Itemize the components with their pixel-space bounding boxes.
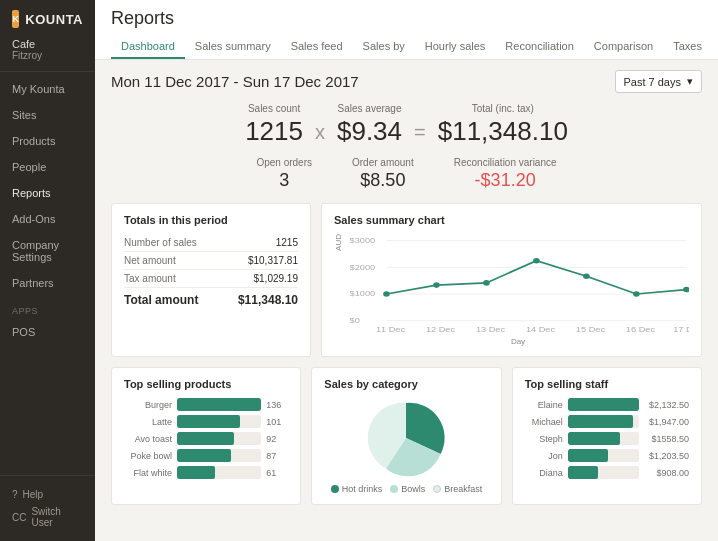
totals-label-1: Net amount xyxy=(124,255,176,266)
staff-value: $908.00 xyxy=(644,468,689,478)
total-kpi: Total (inc. tax) $11,348.10 xyxy=(438,103,568,147)
sidebar-nav: My Kounta Sites Products People Reports … xyxy=(0,72,95,475)
totals-card: Totals in this period Number of sales 12… xyxy=(111,203,311,357)
svg-text:$0: $0 xyxy=(350,316,361,325)
tab-audit[interactable]: Audit xyxy=(712,35,718,59)
product-bar-fill xyxy=(177,398,261,411)
switch-user-button[interactable]: CC Switch User xyxy=(12,503,83,531)
svg-text:17 Dec: 17 Dec xyxy=(673,324,689,333)
date-range-text: Mon 11 Dec 2017 - Sun 17 Dec 2017 xyxy=(111,73,359,90)
sales-average-label: Sales average xyxy=(337,103,402,114)
variance-label: Reconciliation variance xyxy=(454,157,557,168)
open-orders-kpi: Open orders 3 xyxy=(256,157,312,191)
staff-bar-track xyxy=(568,432,639,445)
sidebar-item-sites[interactable]: Sites xyxy=(0,102,95,128)
staff-bar-fill xyxy=(568,449,608,462)
staff-bar-fill xyxy=(568,415,633,428)
product-bar-track xyxy=(177,466,261,479)
sales-line-chart: $3000 $2000 $1000 $0 xyxy=(347,234,689,334)
kpi-row-1: Sales count 1215 x Sales average $9.34 =… xyxy=(111,103,702,147)
sales-by-category-card: Sales by category xyxy=(311,367,501,505)
variance-kpi: Reconciliation variance -$31.20 xyxy=(454,157,557,191)
staff-value: $1,203.50 xyxy=(644,451,689,461)
product-bar-fill xyxy=(177,466,215,479)
sidebar-item-addons[interactable]: Add-Ons xyxy=(0,206,95,232)
bowls-label: Bowls xyxy=(401,484,425,494)
staff-label: Michael xyxy=(525,417,563,427)
totals-total-row: Total amount $11,348.10 xyxy=(124,288,298,310)
sidebar-logo-text: KOUNTA xyxy=(25,12,83,27)
hot-drinks-label: Hot drinks xyxy=(342,484,383,494)
legend-hot-drinks: Hot drinks xyxy=(331,484,383,494)
product-bar-track xyxy=(177,398,261,411)
sidebar-item-partners[interactable]: Partners xyxy=(0,270,95,296)
product-bar-row: Flat white 61 xyxy=(124,466,288,479)
product-bar-row: Poke bowl 87 xyxy=(124,449,288,462)
tab-sales-by[interactable]: Sales by xyxy=(353,35,415,59)
sidebar: K KOUNTA Cafe Fitzroy My Kounta Sites Pr… xyxy=(0,0,95,541)
tab-dashboard[interactable]: Dashboard xyxy=(111,35,185,59)
multiply-operator: x xyxy=(311,121,329,144)
product-label: Burger xyxy=(124,400,172,410)
tab-sales-feed[interactable]: Sales feed xyxy=(281,35,353,59)
svg-point-14 xyxy=(683,287,689,293)
product-count: 101 xyxy=(266,417,288,427)
sidebar-item-people[interactable]: People xyxy=(0,154,95,180)
tab-taxes[interactable]: Taxes xyxy=(663,35,712,59)
staff-label: Diana xyxy=(525,468,563,478)
product-label: Poke bowl xyxy=(124,451,172,461)
top-staff-title: Top selling staff xyxy=(525,378,689,390)
tab-sales-summary[interactable]: Sales summary xyxy=(185,35,281,59)
product-bar-track xyxy=(177,415,261,428)
total-label: Total (inc. tax) xyxy=(438,103,568,114)
breakfast-label: Breakfast xyxy=(444,484,482,494)
pie-legend: Hot drinks Bowls Breakfast xyxy=(331,484,483,494)
totals-value-1: $10,317.81 xyxy=(248,255,298,266)
totals-label-0: Number of sales xyxy=(124,237,197,248)
sidebar-item-my-kounta[interactable]: My Kounta xyxy=(0,76,95,102)
sidebar-item-pos[interactable]: POS xyxy=(0,319,95,345)
totals-row-1: Net amount $10,317.81 xyxy=(124,252,298,270)
chart-x-axis-label: Day xyxy=(347,337,689,346)
sidebar-item-company-settings[interactable]: Company Settings xyxy=(0,232,95,270)
page-title: Reports xyxy=(111,8,702,29)
tab-hourly-sales[interactable]: Hourly sales xyxy=(415,35,496,59)
legend-breakfast: Breakfast xyxy=(433,484,482,494)
tab-bar: Dashboard Sales summary Sales feed Sales… xyxy=(111,35,702,59)
total-value: $11,348.10 xyxy=(438,116,568,147)
sidebar-item-reports[interactable]: Reports xyxy=(0,180,95,206)
staff-bar-fill xyxy=(568,432,620,445)
product-label: Flat white xyxy=(124,468,172,478)
help-button[interactable]: ? Help xyxy=(12,486,83,503)
svg-point-13 xyxy=(633,291,640,297)
staff-bar-row: Elaine $2,132.50 xyxy=(525,398,689,411)
svg-point-9 xyxy=(433,282,440,288)
help-label: Help xyxy=(23,489,44,500)
open-orders-label: Open orders xyxy=(256,157,312,168)
tab-comparison[interactable]: Comparison xyxy=(584,35,663,59)
svg-text:11 Dec: 11 Dec xyxy=(376,324,406,333)
pie-chart-area: Hot drinks Bowls Breakfast xyxy=(324,398,488,494)
sales-average-value: $9.34 xyxy=(337,116,402,147)
sidebar-store[interactable]: Cafe Fitzroy xyxy=(0,34,95,72)
staff-value: $2,132.50 xyxy=(644,400,689,410)
tab-reconciliation[interactable]: Reconciliation xyxy=(495,35,583,59)
pie-chart xyxy=(361,398,451,478)
total-amount-label: Total amount xyxy=(124,293,198,307)
product-bar-row: Avo toast 92 xyxy=(124,432,288,445)
svg-point-11 xyxy=(533,258,540,264)
product-bar-fill xyxy=(177,432,234,445)
totals-card-title: Totals in this period xyxy=(124,214,298,226)
totals-value-0: 1215 xyxy=(276,237,298,248)
date-picker-button[interactable]: Past 7 days ▾ xyxy=(615,70,702,93)
top-products-title: Top selling products xyxy=(124,378,288,390)
staff-bar-row: Michael $1,947.00 xyxy=(525,415,689,428)
bottom-cards: Top selling products Burger 136 Latte 10… xyxy=(111,367,702,505)
totals-row-0: Number of sales 1215 xyxy=(124,234,298,252)
sidebar-item-products[interactable]: Products xyxy=(0,128,95,154)
main-content: Reports Dashboard Sales summary Sales fe… xyxy=(95,0,718,541)
product-label: Latte xyxy=(124,417,172,427)
topbar: Reports Dashboard Sales summary Sales fe… xyxy=(95,0,718,60)
total-amount-value: $11,348.10 xyxy=(238,293,298,307)
date-range-row: Mon 11 Dec 2017 - Sun 17 Dec 2017 Past 7… xyxy=(111,70,702,93)
